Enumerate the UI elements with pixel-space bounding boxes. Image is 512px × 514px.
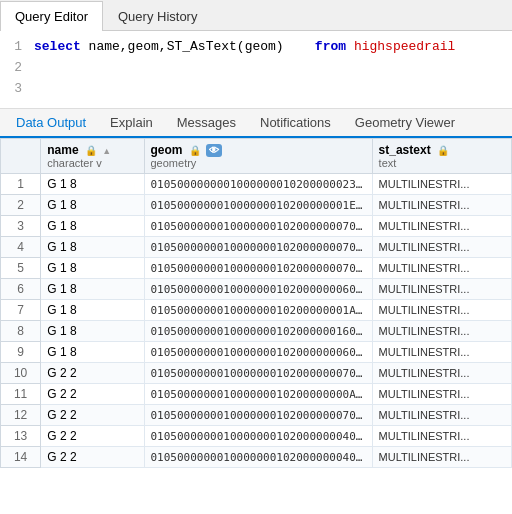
cell-geom: 010500000001000000010200000004000000E...: [144, 426, 372, 447]
row-number: 3: [1, 216, 41, 237]
cell-geom: 010500000001000000010200000000A000000F..…: [144, 384, 372, 405]
cell-name: G 1 8: [41, 342, 144, 363]
tab-query-history[interactable]: Query History: [103, 1, 212, 31]
cell-geom: 010500000001000000010200000007000000F...: [144, 363, 372, 384]
cell-geom: 010500000001000000010200000001A000002...: [144, 300, 372, 321]
cell-geom: 010500000001000000010200000007000000B...: [144, 237, 372, 258]
cell-st-astext: MULTILINESTRI...: [372, 405, 511, 426]
cell-st-astext: MULTILINESTRI...: [372, 279, 511, 300]
cell-name: G 1 8: [41, 258, 144, 279]
row-number: 11: [1, 384, 41, 405]
tab-data-output[interactable]: Data Output: [4, 109, 98, 138]
cell-st-astext: MULTILINESTRI...: [372, 384, 511, 405]
editor-code[interactable]: select name,geom,ST_AsText(geom) from hi…: [34, 37, 455, 104]
row-number-header: [1, 139, 41, 174]
cell-st-astext: MULTILINESTRI...: [372, 342, 511, 363]
cell-name: G 1 8: [41, 279, 144, 300]
row-number: 12: [1, 405, 41, 426]
line-numbers: 1 2 3: [8, 37, 22, 104]
cell-geom: 010500000001000000010200000007000000C...: [144, 405, 372, 426]
table-row: 11G 2 2010500000001000000010200000000A00…: [1, 384, 512, 405]
cell-st-astext: MULTILINESTRI...: [372, 363, 511, 384]
row-number: 2: [1, 195, 41, 216]
table-row: 8G 1 80105000000010000000102000000160000…: [1, 321, 512, 342]
table-row: 6G 1 80105000000010000000102000000060000…: [1, 279, 512, 300]
table-row: 5G 1 80105000000010000000102000000070000…: [1, 258, 512, 279]
bottom-tab-bar: Data Output Explain Messages Notificatio…: [0, 109, 512, 138]
tab-geometry-viewer[interactable]: Geometry Viewer: [343, 109, 467, 136]
tab-query-editor[interactable]: Query Editor: [0, 1, 103, 31]
cell-st-astext: MULTILINESTRI...: [372, 426, 511, 447]
table-row: 10G 2 2010500000001000000010200000007000…: [1, 363, 512, 384]
table-row: 12G 2 2010500000001000000010200000007000…: [1, 405, 512, 426]
tab-messages[interactable]: Messages: [165, 109, 248, 136]
cell-name: G 2 2: [41, 384, 144, 405]
cell-st-astext: MULTILINESTRI...: [372, 195, 511, 216]
cell-st-astext: MULTILINESTRI...: [372, 258, 511, 279]
cell-name: G 1 8: [41, 300, 144, 321]
row-number: 9: [1, 342, 41, 363]
table-row: 2G 1 8010500000001000000010200000001E000…: [1, 195, 512, 216]
cell-name: G 1 8: [41, 174, 144, 195]
row-number: 1: [1, 174, 41, 195]
cell-geom: 010500000001000000010200000004000000...: [144, 447, 372, 468]
row-number: 6: [1, 279, 41, 300]
cell-st-astext: MULTILINESTRI...: [372, 216, 511, 237]
row-number: 8: [1, 321, 41, 342]
table-row: 9G 1 80105000000010000000102000000060000…: [1, 342, 512, 363]
table-row: 13G 2 2010500000001000000010200000004000…: [1, 426, 512, 447]
table-row: 7G 1 8010500000001000000010200000001A000…: [1, 300, 512, 321]
data-table-container: name 🔒 ▲ character v geom 🔒 👁 geometry s…: [0, 138, 512, 510]
query-editor: 1 2 3 select name,geom,ST_AsText(geom) f…: [0, 31, 512, 109]
col-header-geom[interactable]: geom 🔒 👁 geometry: [144, 139, 372, 174]
row-number: 4: [1, 237, 41, 258]
table-row: 3G 1 80105000000010000000102000000070000…: [1, 216, 512, 237]
cell-geom: 010500000001000000010200000007000000B...: [144, 216, 372, 237]
tab-notifications[interactable]: Notifications: [248, 109, 343, 136]
cell-st-astext: MULTILINESTRI...: [372, 174, 511, 195]
table-row: 14G 2 2010500000001000000010200000004000…: [1, 447, 512, 468]
top-tab-bar: Query Editor Query History: [0, 0, 512, 31]
row-number: 5: [1, 258, 41, 279]
col-header-name[interactable]: name 🔒 ▲ character v: [41, 139, 144, 174]
row-number: 7: [1, 300, 41, 321]
cell-geom: 010500000001000000010200000001E0000001..…: [144, 195, 372, 216]
cell-name: G 1 8: [41, 216, 144, 237]
col-header-st-astext[interactable]: st_astext 🔒 text: [372, 139, 511, 174]
cell-name: G 1 8: [41, 237, 144, 258]
table-row: 4G 1 80105000000010000000102000000070000…: [1, 237, 512, 258]
cell-name: G 2 2: [41, 426, 144, 447]
cell-name: G 1 8: [41, 195, 144, 216]
cell-geom: 010500000001000000010200000006000000F...: [144, 342, 372, 363]
cell-st-astext: MULTILINESTRI...: [372, 300, 511, 321]
cell-name: G 2 2: [41, 447, 144, 468]
data-table: name 🔒 ▲ character v geom 🔒 👁 geometry s…: [0, 138, 512, 468]
cell-geom: 010500000001000000010200000016000007...: [144, 321, 372, 342]
cell-name: G 2 2: [41, 405, 144, 426]
cell-st-astext: MULTILINESTRI...: [372, 447, 511, 468]
row-number: 13: [1, 426, 41, 447]
cell-name: G 2 2: [41, 363, 144, 384]
cell-geom: 01050000000010000000102000000230000007..…: [144, 174, 372, 195]
cell-geom: 010500000001000000010200000007000000O...: [144, 258, 372, 279]
row-number: 10: [1, 363, 41, 384]
table-row: 1G 1 80105000000001000000010200000023000…: [1, 174, 512, 195]
row-number: 14: [1, 447, 41, 468]
cell-geom: 010500000001000000010200000006000000F...: [144, 279, 372, 300]
tab-explain[interactable]: Explain: [98, 109, 165, 136]
cell-st-astext: MULTILINESTRI...: [372, 237, 511, 258]
cell-name: G 1 8: [41, 321, 144, 342]
cell-st-astext: MULTILINESTRI...: [372, 321, 511, 342]
